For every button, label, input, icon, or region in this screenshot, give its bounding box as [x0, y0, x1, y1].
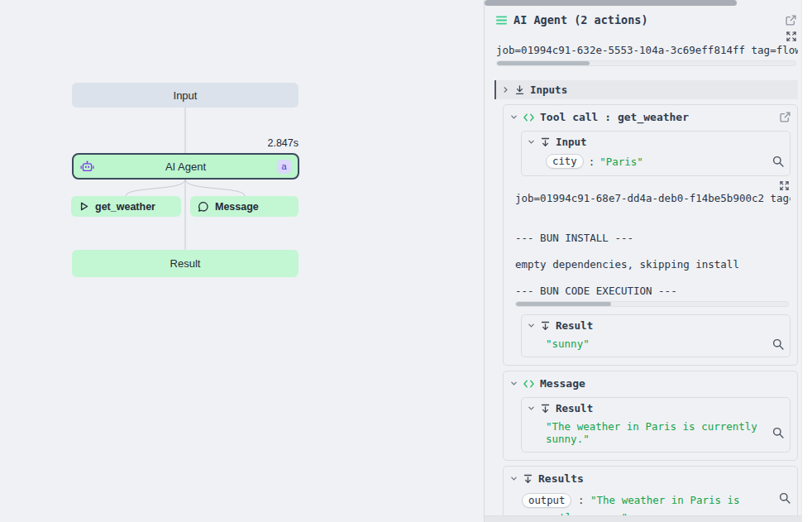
tool-call-section: Tool call : get_weather — [503, 104, 798, 366]
expand-icon[interactable] — [786, 31, 796, 41]
job-progress-bar — [496, 60, 796, 66]
chevron-down-icon — [528, 138, 535, 146]
message-result-section: Result "The weather in Paris is currentl… — [521, 397, 791, 453]
get-weather-node-label: get_weather — [95, 201, 155, 213]
code-icon — [523, 113, 534, 122]
message-result-row: "The weather in Paris is currently sunny… — [546, 420, 784, 445]
colon-separator: : — [589, 156, 595, 168]
panel-title: AI Agent (2 actions) — [513, 13, 648, 26]
scrollbar-thumb[interactable] — [485, 0, 737, 6]
agent-duration-label: 2.847s — [72, 137, 299, 149]
robot-icon — [80, 160, 94, 173]
tool-result-section: Result "sunny" — [521, 314, 791, 357]
message-section: Message Result "The weather in Paris is — [503, 371, 798, 461]
vertical-scrollbar-track[interactable] — [801, 0, 812, 522]
expand-icon[interactable] — [780, 181, 789, 190]
job-id-line: job=01994c91-632e-5553-104a-3c69eff814ff… — [496, 44, 798, 56]
flow-node-message[interactable]: Message — [190, 196, 299, 217]
arrow-down-from-bar-icon — [541, 137, 550, 147]
tool-call-title: Tool call : get_weather — [540, 111, 689, 123]
message-header[interactable]: Message — [510, 377, 791, 390]
tool-job-progress-bar — [515, 301, 789, 307]
key-badge-output: output — [522, 493, 571, 508]
tool-input-header[interactable]: Input — [528, 136, 784, 148]
results-header[interactable]: Results — [510, 472, 791, 485]
input-city-value: "Paris" — [599, 156, 643, 168]
tool-call-log: job=01994c91-68e7-dd4a-deb0-f14be5b900c2… — [515, 192, 791, 298]
top-horizontal-scrollbar[interactable] — [485, 0, 801, 7]
magnifier-icon[interactable] — [779, 492, 791, 504]
agent-steps-icon — [496, 16, 507, 25]
arrow-down-from-bar-icon — [523, 474, 533, 484]
magnifier-icon[interactable] — [772, 338, 784, 350]
key-badge-city: city — [546, 154, 584, 169]
arrow-down-from-bar-icon — [541, 404, 550, 414]
tool-result-row: "sunny" — [546, 338, 784, 350]
play-icon — [79, 201, 89, 212]
details-panel: AI Agent (2 actions) job=01994c91-632e — [485, 0, 812, 522]
panel-header: AI Agent (2 actions) — [494, 12, 798, 26]
flow-canvas[interactable]: Input 2.847s AI Agent a get_weather — [0, 0, 485, 522]
chevron-down-icon — [510, 380, 518, 387]
colon-separator: : — [578, 494, 585, 506]
chevron-down-icon — [510, 475, 518, 482]
message-node-label: Message — [215, 201, 259, 213]
agent-node-label: AI Agent — [94, 160, 277, 173]
flow-node-get-weather[interactable]: get_weather — [71, 196, 181, 217]
tool-result-header[interactable]: Result — [528, 319, 784, 332]
message-result-value: "The weather in Paris is currently sunny… — [546, 420, 767, 445]
inputs-section-label: Inputs — [530, 84, 567, 96]
code-icon — [523, 380, 534, 388]
flow-node-ai-agent[interactable]: AI Agent a — [72, 153, 299, 180]
open-in-new-icon[interactable] — [786, 15, 796, 26]
bottom-scrollbar-track[interactable] — [485, 515, 801, 522]
tool-result-value: "sunny" — [546, 338, 590, 350]
inputs-section-header[interactable]: Inputs — [494, 80, 798, 99]
magnifier-icon[interactable] — [772, 156, 784, 167]
chevron-down-icon — [510, 113, 518, 121]
result-node-label: Result — [170, 257, 201, 270]
chat-bubble-icon — [198, 201, 209, 213]
flow-node-input[interactable]: Input — [72, 83, 299, 108]
panel-content: AI Agent (2 actions) job=01994c91-632e — [485, 7, 801, 515]
agent-badge[interactable]: a — [277, 160, 291, 174]
message-result-label: Result — [556, 402, 593, 414]
arrow-down-from-bar-icon — [541, 321, 550, 331]
tool-input-section: Input city : "Paris" — [521, 131, 791, 176]
magnifier-icon[interactable] — [772, 427, 784, 438]
results-title: Results — [538, 472, 584, 485]
results-section: Results output : "The weather in Paris i… — [503, 466, 798, 522]
input-node-label: Input — [174, 89, 198, 102]
chevron-right-icon — [502, 86, 509, 93]
tool-result-label: Result — [556, 319, 593, 332]
chevron-down-icon — [528, 405, 535, 412]
input-city-row: city : "Paris" — [546, 154, 784, 169]
flow-node-result[interactable]: Result — [72, 250, 299, 277]
tool-call-header[interactable]: Tool call : get_weather — [510, 111, 791, 123]
open-in-new-icon[interactable] — [780, 112, 791, 122]
chevron-down-icon — [528, 322, 535, 329]
message-title: Message — [540, 377, 585, 390]
tool-input-label: Input — [556, 136, 587, 148]
message-result-header[interactable]: Result — [528, 402, 784, 414]
download-icon — [515, 85, 524, 95]
